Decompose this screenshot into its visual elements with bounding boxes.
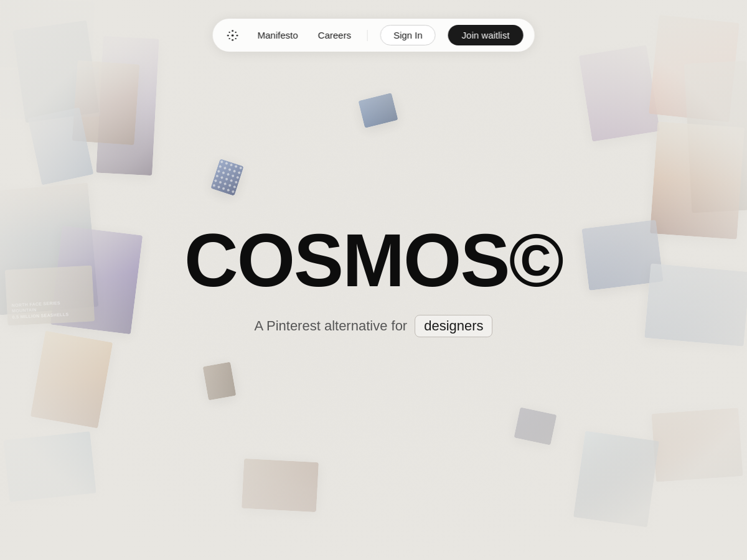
image-card [644,263,747,346]
image-card [3,431,96,502]
svg-point-8 [235,37,237,39]
image-card [31,331,113,429]
image-card [0,67,100,120]
image-card [210,159,243,196]
hero-subtitle-text: A Pinterest alternative for [254,318,407,334]
image-card [242,459,319,512]
image-card [684,61,747,213]
image-card [27,107,93,185]
manifesto-link[interactable]: Manifesto [254,27,302,43]
image-card [0,182,98,315]
image-card [72,60,140,146]
image-card [203,362,237,401]
nav-divider [367,30,368,41]
hero-subtitle: A Pinterest alternative for designers [184,315,563,337]
hero-section: COSMOS© A Pinterest alternative for desi… [184,223,563,337]
svg-point-5 [228,31,230,32]
svg-point-2 [232,39,233,40]
hero-badge: designers [415,315,492,337]
svg-point-3 [227,34,229,36]
hero-title: COSMOS© [184,223,563,297]
image-card [514,407,557,445]
image-card [651,408,743,482]
image-card [579,45,660,141]
svg-point-0 [232,34,234,37]
image-card [50,226,143,335]
card-text: NORTH FACE SERIESMOUNTAIN0.5 MILLION SEA… [11,298,89,320]
svg-point-7 [228,37,230,39]
image-card [581,220,663,291]
image-card [573,431,659,527]
image-card [96,36,159,175]
join-waitlist-button[interactable]: Join waitlist [448,25,524,45]
navbar: Manifesto Careers Sign In Join waitlist [213,19,535,52]
image-card [649,15,740,123]
cosmos-logo-icon [224,27,242,44]
svg-point-4 [237,34,238,36]
careers-link[interactable]: Careers [314,27,355,43]
image-card [0,0,95,70]
image-card [12,20,100,123]
svg-point-1 [232,30,233,32]
image-card [650,121,745,239]
signin-button[interactable]: Sign In [380,25,436,45]
svg-point-6 [235,31,237,32]
image-card [358,93,398,128]
image-card: NORTH FACE SERIESMOUNTAIN0.5 MILLION SEA… [5,265,95,325]
